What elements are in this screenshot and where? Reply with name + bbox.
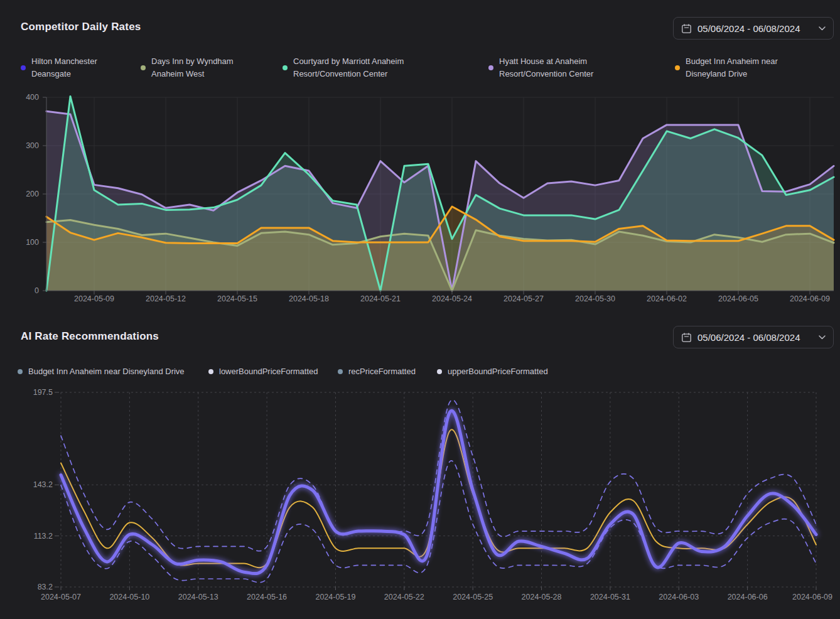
- y-axis-label: 0: [35, 286, 39, 295]
- y-axis-label: 143.2: [33, 480, 53, 489]
- x-axis-label: 2024-05-21: [360, 294, 401, 303]
- x-axis-label: 2024-06-09: [790, 294, 830, 303]
- y-axis-label: 400: [26, 93, 39, 102]
- competitor-legend: Hilton Manchester DeansgateDays Inn by W…: [0, 55, 840, 83]
- legend-item-budget-inn-anaheim-near-disneyland-drive[interactable]: Budget Inn Anaheim near Disneyland Drive: [18, 365, 185, 378]
- legend-item-budget-inn-anaheim-near-disneyland-drive[interactable]: Budget Inn Anaheim near Disneyland Drive: [675, 55, 799, 80]
- legend-label: lowerBoundPriceFormatted: [219, 365, 318, 378]
- x-axis-label: 2024-05-22: [384, 593, 424, 601]
- chevron-down-icon: [819, 26, 826, 31]
- legend-label: Days Inn by Wyndham Anaheim West: [151, 55, 249, 80]
- date-range-picker-competitor[interactable]: 05/06/2024 - 06/08/2024: [673, 17, 834, 40]
- legend-label: upperBoundPriceFormatted: [448, 365, 548, 378]
- legend-item-lowerboundpriceformatted[interactable]: lowerBoundPriceFormatted: [208, 365, 318, 378]
- legend-dot-lowerboundpriceformatted: [208, 369, 213, 374]
- legend-dot-budget-inn-anaheim-near-disneyland-drive: [675, 65, 680, 70]
- dashboard: Competitor Daily Rates 05/06/2024 - 06/0…: [0, 0, 840, 619]
- legend-dot-days-inn-by-wyndham-anaheim-west: [141, 65, 146, 70]
- x-axis-label: 2024-05-19: [315, 593, 355, 601]
- legend-label: recPriceFormatted: [348, 365, 416, 378]
- x-axis-label: 2024-05-28: [522, 593, 562, 601]
- x-axis-label: 2024-06-03: [659, 593, 699, 601]
- series-budget-inn-anaheim-near-disneyland-drive-line[interactable]: [61, 429, 816, 568]
- legend-label: Hyatt House at Anaheim Resort/Convention…: [499, 55, 606, 80]
- y-axis-label: 83.2: [38, 583, 53, 591]
- ai-rate-recommendations-chart[interactable]: 83.2113.2143.2197.52024-05-072024-05-102…: [0, 384, 840, 610]
- legend-dot-budget-inn-anaheim-near-disneyland-drive: [18, 369, 23, 374]
- x-axis-label: 2024-06-06: [728, 593, 768, 601]
- x-axis-label: 2024-05-30: [575, 294, 615, 303]
- legend-dot-upperboundpriceformatted: [437, 369, 442, 374]
- legend-item-hilton-manchester-deansgate[interactable]: Hilton Manchester Deansgate: [21, 55, 113, 80]
- legend-dot-courtyard-by-marriott-anaheim-resort-con: [283, 65, 288, 70]
- legend-dot-hilton-manchester-deansgate: [21, 65, 26, 70]
- x-axis-label: 2024-05-24: [432, 294, 472, 303]
- date-range-value: 05/06/2024 - 06/08/2024: [697, 332, 800, 343]
- date-range-picker-ai[interactable]: 05/06/2024 - 06/08/2024: [673, 326, 834, 348]
- x-axis-label: 2024-05-09: [74, 294, 114, 303]
- legend-item-recpriceformatted[interactable]: recPriceFormatted: [338, 365, 416, 378]
- y-axis-label: 197.5: [33, 388, 53, 397]
- x-axis-label: 2024-05-16: [247, 593, 287, 601]
- calendar-icon: [681, 23, 692, 34]
- y-axis-label: 100: [26, 238, 39, 247]
- legend-dot-recpriceformatted: [338, 369, 343, 374]
- x-axis-label: 2024-06-09: [792, 593, 832, 601]
- legend-dot-hyatt-house-at-anaheim-resort-convention: [488, 65, 493, 70]
- calendar-icon: [681, 332, 692, 343]
- x-axis-label: 2024-05-12: [146, 294, 186, 303]
- axes: 83.2113.2143.2197.52024-05-072024-05-102…: [33, 388, 832, 601]
- date-range-value: 05/06/2024 - 06/08/2024: [697, 23, 800, 34]
- competitor-rates-title: Competitor Daily Rates: [21, 21, 141, 33]
- y-axis-label: 113.2: [34, 532, 53, 541]
- legend-label: Courtyard by Marriott Anaheim Resort/Con…: [293, 55, 425, 80]
- x-axis-label: 2024-05-25: [453, 593, 493, 601]
- x-axis-label: 2024-05-10: [109, 593, 149, 601]
- ai-rate-legend: Budget Inn Anaheim near Disneyland Drive…: [0, 365, 840, 377]
- y-axis-label: 200: [26, 190, 39, 198]
- legend-item-days-inn-by-wyndham-anaheim-west[interactable]: Days Inn by Wyndham Anaheim West: [141, 55, 249, 80]
- ai-rate-recommendations-title: AI Rate Recommendations: [21, 330, 159, 343]
- legend-item-upperboundpriceformatted[interactable]: upperBoundPriceFormatted: [437, 365, 548, 378]
- y-axis-label: 300: [26, 141, 39, 150]
- x-axis-label: 2024-05-31: [590, 593, 630, 601]
- x-axis-label: 2024-06-02: [647, 294, 687, 303]
- x-axis-label: 2024-05-13: [178, 593, 218, 601]
- series-recpriceformatted-line[interactable]: [61, 411, 816, 573]
- competitor-daily-rates-chart[interactable]: 01002003004002024-05-092024-05-122024-05…: [0, 87, 840, 308]
- legend-label: Hilton Manchester Deansgate: [31, 55, 113, 80]
- legend-label: Budget Inn Anaheim near Disneyland Drive: [28, 365, 185, 378]
- chevron-down-icon: [819, 335, 826, 340]
- x-axis-label: 2024-06-05: [718, 294, 758, 303]
- x-axis-label: 2024-05-07: [41, 593, 81, 601]
- legend-item-hyatt-house-at-anaheim-resort-convention[interactable]: Hyatt House at Anaheim Resort/Convention…: [488, 55, 606, 80]
- legend-label: Budget Inn Anaheim near Disneyland Drive: [686, 55, 799, 80]
- x-axis-label: 2024-05-27: [503, 294, 544, 303]
- x-axis-label: 2024-05-18: [289, 294, 329, 303]
- legend-item-courtyard-by-marriott-anaheim-resort-con[interactable]: Courtyard by Marriott Anaheim Resort/Con…: [283, 55, 425, 80]
- x-axis-label: 2024-05-15: [217, 294, 257, 303]
